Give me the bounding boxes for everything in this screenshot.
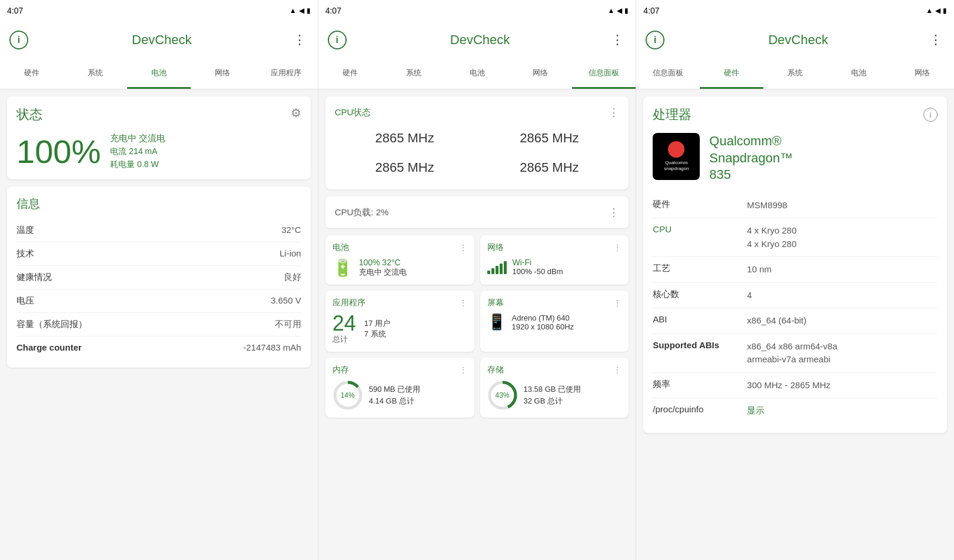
info-icon-1: i [9,31,28,49]
info-icon-3: i [646,31,664,49]
settings-icon[interactable]: ⚙ [291,106,301,120]
wifi-icon: ▲ [290,6,297,15]
cpu-load-menu[interactable]: ⋮ [609,206,619,219]
storage-progress-label: 43% [495,391,509,399]
qualcomm-logo-inner: Qualcommsnapdragon [664,141,689,171]
status-icons-1: ▲ ◀ ▮ [290,6,311,15]
memory-mini-menu[interactable]: ⋮ [459,365,467,375]
info-label-voltage: 电压 [16,295,271,306]
panel-header-2: i DevCheck ⋮ [318,21,636,59]
network-mini-menu[interactable]: ⋮ [613,243,621,252]
app-title-3: DevCheck [669,32,927,48]
signal-bar-4 [500,264,503,274]
network-mini-line2: 100% -50 dBm [513,267,563,276]
screen-resolution: 1920 x 1080 60Hz [512,322,574,331]
tab-network-1[interactable]: 网络 [191,59,254,89]
info-value-temp: 32°C [281,225,301,236]
tab-hardware-1[interactable]: 硬件 [0,59,64,89]
info-icon-2: i [328,31,347,49]
app-title-2: DevCheck [351,32,609,48]
status-bar: 4:07 ▲ ◀ ▮ 4:07 ▲ ◀ ▮ 4:07 ▲ ◀ ▮ [0,0,954,21]
battery-status-content: 100% 充电中 交流电 电流 214 mA 耗电量 0.8 W [16,133,301,170]
hw-row-abi: ABI x86_64 (64-bit) [653,308,938,334]
hw-value-cores: 4 [747,289,938,302]
processor-hw-rows: 硬件 MSM8998 CPU 4 x Kryo 280 4 x Kryo 280… [653,193,938,424]
hw-value-supported-abis: x86_64 x86 arm64-v8a armeabi-v7a armeabi [747,340,938,366]
signal-bar-3 [496,266,498,274]
hw-label-hardware: 硬件 [653,199,747,212]
tab-network-3[interactable]: 网络 [890,59,954,89]
tab-system-1[interactable]: 系统 [64,59,127,89]
memory-info: 590 MB 已使用 4.14 GB 总计 [369,384,420,406]
panel-infoboard: i DevCheck ⋮ 硬件 系统 电池 网络 信息面板 CPU状态 ⋮ 28… [318,21,637,560]
hw-value-cpuinfo: 显示 [747,404,938,418]
hw-value-process: 10 nm [747,263,938,276]
storage-mini-title: 存储 [487,365,614,375]
battery-icon-2: ▮ [624,6,629,15]
memory-used: 590 MB 已使用 [369,384,420,395]
battery-info-rows: 温度 32°C 技术 Li-ion 健康情况 良好 电压 3.650 V [16,219,301,358]
tab-bar-1: 硬件 系统 电池 网络 应用程序 [0,59,318,89]
tab-battery-2[interactable]: 电池 [446,59,509,89]
tab-infoboard-2[interactable]: 信息面板 [572,59,636,89]
tab-network-2[interactable]: 网络 [508,59,572,89]
menu-button-3[interactable]: ⋮ [927,30,945,50]
info-value-voltage: 3.650 V [271,295,301,306]
time-3: 4:07 [643,6,659,15]
tab-battery-1[interactable]: 电池 [127,59,191,89]
screen-mini-info: Adreno (TM) 640 1920 x 1080 60Hz [512,314,574,331]
cpu-load-label: CPU负载: 2% [335,207,389,218]
hw-row-freq: 频率 300 MHz - 2865 MHz [653,373,938,399]
qualcomm-dot [668,141,684,158]
screen-mini-title: 屏幕 [487,298,614,308]
storage-mini-header: 存储 ⋮ [487,365,622,375]
apps-mini-header: 应用程序 ⋮ [333,298,467,308]
battery-status-title: 状态 [16,106,42,124]
panel-content-3: 处理器 i Qualcommsnapdragon Qualcomm®Snapdr… [636,89,954,560]
network-mini-info: Wi-Fi 100% -50 dBm [513,258,563,276]
battery-mini-menu[interactable]: ⋮ [459,243,467,252]
time-1: 4:07 [7,6,23,15]
apps-system-count: 7 系统 [364,329,390,339]
cpu-freq-grid: 2865 MHz 2865 MHz 2865 MHz 2865 MHz [335,126,620,180]
tab-system-3[interactable]: 系统 [763,59,827,89]
battery-power: 耗电量 0.8 W [110,159,165,170]
tab-hardware-2[interactable]: 硬件 [318,59,382,89]
network-mini-content: Wi-Fi 100% -50 dBm [487,258,622,276]
menu-button-2[interactable]: ⋮ [609,30,626,50]
tab-hardware-3[interactable]: 硬件 [700,59,763,89]
hw-label-supported-abis: Supported ABIs [653,340,747,366]
tab-infoboard-3[interactable]: 信息面板 [636,59,700,89]
cpu-card-menu[interactable]: ⋮ [609,106,619,119]
hw-label-cpu: CPU [653,224,747,251]
info-row-tech: 技术 Li-ion [16,242,301,266]
tab-system-2[interactable]: 系统 [382,59,446,89]
status-bar-panel-1: 4:07 ▲ ◀ ▮ [0,0,318,21]
panel-content-2: CPU状态 ⋮ 2865 MHz 2865 MHz 2865 MHz 2865 … [318,89,636,560]
info-label-tech: 技术 [16,248,280,259]
info-circle-icon[interactable]: i [923,108,938,122]
hw-label-cores: 核心数 [653,289,747,302]
panel-content-1: 状态 ⚙ 100% 充电中 交流电 电流 214 mA 耗电量 0.8 W 信息 [0,89,318,560]
hw-label-freq: 频率 [653,379,747,392]
battery-mini-line2: 充电中 交流电 [359,267,407,278]
cpu-status-title: CPU状态 [335,107,609,118]
battery-info-title: 信息 [16,196,301,212]
tab-battery-3[interactable]: 电池 [827,59,890,89]
hw-label-process: 工艺 [653,263,747,276]
signal-icon-3: ◀ [935,6,940,15]
cpu-freq-4: 2865 MHz [480,155,620,180]
memory-mini-title: 内存 [333,365,459,375]
cpu-freq-3: 2865 MHz [335,155,475,180]
app-panels: i DevCheck ⋮ 硬件 系统 电池 网络 应用程序 状态 ⚙ 100% … [0,21,954,560]
tab-apps-1[interactable]: 应用程序 [254,59,318,89]
storage-mini-menu[interactable]: ⋮ [613,365,621,375]
processor-section-title: 处理器 [653,106,923,124]
menu-button-1[interactable]: ⋮ [291,30,308,50]
hw-row-cores: 核心数 4 [653,283,938,309]
info-row-capacity: 容量（系统回报） 不可用 [16,313,301,336]
network-mini-header: 网络 ⋮ [487,242,622,253]
cpu-load-content: CPU负载: 2% [335,207,389,218]
screen-mini-menu[interactable]: ⋮ [613,298,621,308]
apps-mini-menu[interactable]: ⋮ [459,298,467,308]
